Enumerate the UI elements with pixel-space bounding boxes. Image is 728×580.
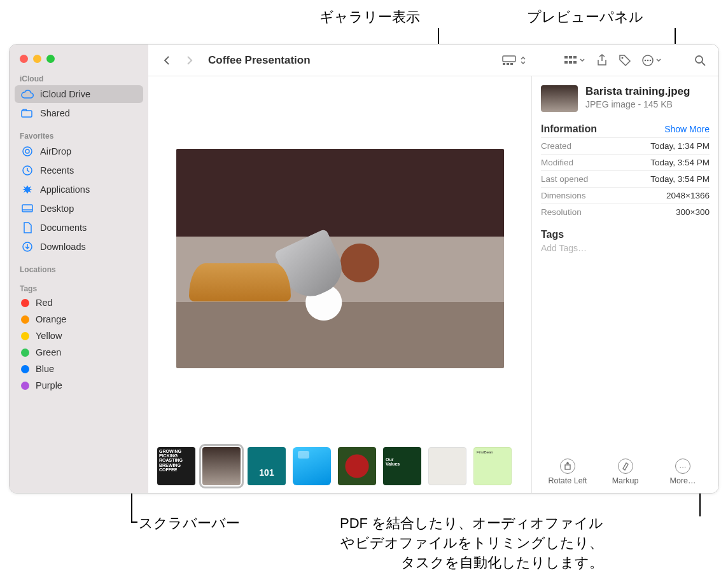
svg-point-17 (622, 57, 624, 59)
search-button[interactable] (690, 52, 710, 69)
tag-dot-icon (21, 349, 29, 357)
sidebar-item-label: Applications (40, 184, 90, 195)
thumb-barista-training[interactable] (202, 447, 241, 485)
sidebar-item-documents[interactable]: Documents (15, 219, 143, 237)
preview-thumbnail (541, 85, 578, 112)
share-button[interactable] (592, 52, 612, 69)
sidebar: iCloud iCloud Drive Shared Favorites Air… (10, 45, 148, 493)
window-controls (10, 51, 148, 72)
window-title: Coffee Presentation (208, 54, 311, 67)
sidebar-tag-blue[interactable]: Blue (15, 361, 143, 376)
svg-rect-24 (565, 465, 570, 469)
thumb-firstbean[interactable]: FirstBean (473, 447, 512, 485)
sidebar-item-desktop[interactable]: Desktop (15, 200, 143, 218)
callout-line (131, 521, 137, 523)
svg-point-1 (23, 147, 32, 156)
sidebar-item-label: Shared (40, 108, 70, 118)
forward-button[interactable] (180, 52, 199, 69)
sidebar-item-label: AirDrop (40, 146, 71, 156)
tags-input[interactable]: Add Tags… (541, 243, 710, 253)
close-icon[interactable] (20, 55, 28, 63)
rotate-left-button[interactable]: Rotate Left (542, 459, 593, 485)
content-row: GROWING PICKING ROASTING BREWING COFFEE … (148, 76, 718, 493)
svg-rect-14 (564, 61, 568, 64)
callout-more-desc: PDF を結合したり、オーディオファイル やビデオファイルをトリミングしたり、 … (340, 514, 603, 572)
clock-icon (21, 164, 34, 177)
show-more-button[interactable]: Show More (664, 124, 710, 134)
sidebar-item-label: Documents (40, 223, 87, 233)
cloud-icon (21, 88, 34, 100)
svg-rect-16 (573, 61, 577, 64)
section-locations: Locations (10, 263, 148, 275)
action-button[interactable] (638, 52, 665, 69)
more-button[interactable]: ··· More… (657, 459, 708, 485)
minimize-icon[interactable] (33, 55, 41, 63)
sidebar-item-recents[interactable]: Recents (15, 162, 143, 179)
svg-rect-9 (507, 63, 509, 65)
sidebar-item-applications[interactable]: Applications (15, 181, 143, 198)
svg-rect-4 (22, 205, 32, 212)
tag-dot-icon (21, 382, 29, 390)
gallery-area: GROWING PICKING ROASTING BREWING COFFEE … (148, 76, 531, 493)
scrubber-bar[interactable]: GROWING PICKING ROASTING BREWING COFFEE … (148, 440, 531, 493)
sidebar-tag-yellow[interactable]: Yellow (15, 328, 143, 343)
callout-line (699, 491, 701, 516)
action-label: Markup (612, 476, 639, 485)
svg-rect-11 (564, 56, 568, 59)
info-row-resolution: Resolution300×300 (541, 204, 710, 220)
info-row-modified: ModifiedToday, 3:54 PM (541, 154, 710, 170)
sidebar-item-label: Red (36, 298, 53, 308)
sidebar-item-icloud-drive[interactable]: iCloud Drive (15, 85, 143, 103)
svg-rect-15 (569, 61, 572, 64)
gallery-image[interactable] (176, 149, 504, 368)
thumb-our-values[interactable]: Our Values (383, 447, 421, 485)
more-icon: ··· (675, 459, 690, 474)
zoom-icon[interactable] (46, 55, 55, 63)
thumb-growing-picking[interactable]: GROWING PICKING ROASTING BREWING COFFEE (157, 447, 195, 485)
tag-dot-icon (21, 315, 29, 324)
tag-dot-icon (21, 332, 29, 340)
rotate-icon (560, 459, 575, 474)
thumb-coffee-101[interactable]: 101 (248, 447, 286, 485)
section-favorites: Favorites (10, 129, 148, 142)
group-button[interactable] (561, 52, 589, 69)
thumb-classroom[interactable] (428, 447, 466, 485)
sidebar-item-label: Purple (36, 380, 62, 390)
thumb-berries[interactable] (338, 447, 376, 485)
tag-dot-icon (21, 365, 29, 373)
callout-scrubber-bar: スクラバーバー (139, 514, 240, 533)
sidebar-item-label: Orange (36, 314, 66, 324)
sidebar-item-airdrop[interactable]: AirDrop (15, 142, 143, 160)
finder-window: iCloud iCloud Drive Shared Favorites Air… (9, 44, 719, 494)
sidebar-tag-red[interactable]: Red (15, 295, 143, 310)
action-label: Rotate Left (548, 476, 587, 485)
sidebar-item-label: Green (36, 347, 61, 357)
svg-point-2 (25, 149, 29, 153)
markup-icon (618, 459, 633, 474)
section-icloud: iCloud (10, 72, 148, 85)
tags-button[interactable] (615, 52, 634, 69)
view-gallery-button[interactable] (501, 52, 526, 69)
info-row-last-opened: Last openedToday, 3:54 PM (541, 170, 710, 187)
thumb-folder[interactable] (293, 447, 331, 485)
sidebar-item-label: Blue (36, 364, 54, 374)
apps-icon (21, 183, 34, 196)
sidebar-tag-orange[interactable]: Orange (15, 312, 143, 327)
sidebar-item-downloads[interactable]: Downloads (15, 238, 143, 256)
sidebar-item-shared[interactable]: Shared (15, 104, 143, 122)
markup-button[interactable]: Markup (600, 459, 651, 485)
toolbar: Coffee Presentation (148, 45, 718, 76)
sidebar-tag-green[interactable]: Green (15, 345, 143, 360)
svg-point-22 (696, 56, 703, 63)
desktop-icon (21, 202, 34, 215)
svg-line-23 (702, 62, 705, 66)
svg-rect-12 (569, 56, 572, 59)
svg-rect-13 (573, 56, 577, 59)
svg-rect-8 (503, 63, 505, 65)
preview-filename: Barista training.jpeg (585, 85, 690, 98)
sidebar-tag-purple[interactable]: Purple (15, 378, 143, 393)
gallery-main (148, 76, 531, 440)
sidebar-item-label: Yellow (36, 331, 62, 341)
svg-rect-10 (510, 63, 513, 65)
back-button[interactable] (157, 52, 176, 69)
